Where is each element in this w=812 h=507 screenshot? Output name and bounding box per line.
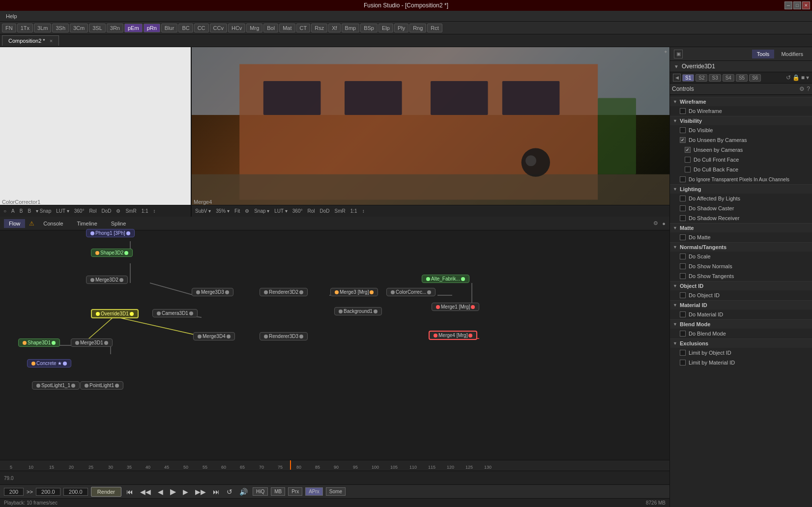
section-matte[interactable]: ▼ Matte (670, 223, 812, 232)
slot-menu-icon[interactable]: ▾ (806, 74, 809, 81)
maximize-button[interactable]: □ (793, 1, 801, 9)
tool-pem[interactable]: pEm (124, 24, 143, 32)
node-merge3d2[interactable]: Merge3D2 (86, 276, 128, 284)
tool-rct[interactable]: Rct (427, 24, 442, 32)
tool-bc[interactable]: BC (178, 24, 193, 32)
tool-ct[interactable]: CT (296, 24, 311, 32)
slot-s6[interactable]: S6 (749, 74, 761, 82)
tool-rsz[interactable]: Rsz (311, 24, 327, 32)
vp-left-circle[interactable]: ○ (2, 208, 8, 214)
tool-rng[interactable]: Rng (409, 24, 426, 32)
tool-bol[interactable]: Bol (263, 24, 278, 32)
vp-left-a[interactable]: A (10, 208, 16, 214)
slot-s5[interactable]: S5 (736, 74, 748, 82)
prev-1-frame-button[interactable]: ◀ (156, 487, 165, 497)
tool-fn[interactable]: FN (2, 24, 16, 32)
control-do-shadow-caster[interactable]: Do Shadow Caster (670, 203, 812, 213)
tab-composition2[interactable]: Composition2 * × (2, 35, 59, 46)
timeline-playhead[interactable] (290, 460, 291, 470)
control-do-shadow-receiver[interactable]: Do Shadow Receiver (670, 213, 812, 223)
tool-3rn[interactable]: 3Rn (107, 24, 123, 32)
checkbox-limit-by-material-id[interactable] (680, 360, 686, 366)
vp-left-b2[interactable]: B (26, 208, 32, 214)
checkbox-unseen-by-cameras[interactable] (685, 147, 691, 153)
section-material-id[interactable]: ▼ Material ID (670, 300, 812, 310)
prx-badge[interactable]: Prx (288, 487, 302, 496)
mb-badge[interactable]: MB (271, 487, 285, 496)
timeline-area[interactable]: 5 10 15 20 25 30 35 40 45 50 55 60 65 70… (0, 460, 669, 484)
audio-button[interactable]: 🔊 (237, 487, 250, 497)
node-merge1[interactable]: Merge1 [Mrg] (432, 303, 479, 311)
tool-3lm[interactable]: 3Lm (34, 24, 51, 32)
left-viewport[interactable]: ○ A B B ▾ Snap LUT ▾ 360° Rol DoD ⚙ SmR … (0, 47, 192, 217)
some-badge[interactable]: Some (326, 487, 346, 496)
control-do-scale[interactable]: Do Scale (670, 252, 812, 261)
node-background1[interactable]: Background1 (334, 307, 382, 315)
checkbox-do-cull-front-face[interactable] (685, 157, 691, 163)
vp-left-expand[interactable]: ↕ (152, 208, 157, 214)
control-do-show-tangents[interactable]: Do Show Tangents (670, 271, 812, 281)
render-button[interactable]: Render (91, 487, 121, 497)
close-button[interactable]: ✕ (802, 1, 810, 9)
control-do-unseen-by-cameras[interactable]: Do Unseen By Cameras (670, 135, 812, 145)
menu-help[interactable]: Help (2, 12, 21, 20)
node-merge3d3[interactable]: Merge3D3 (192, 288, 233, 296)
control-do-object-id[interactable]: Do Object ID (670, 290, 812, 300)
node-camera3d1[interactable]: Camera3D1 (152, 309, 198, 317)
vp-right-360[interactable]: 360° (291, 208, 304, 214)
play-button[interactable]: ▶ (168, 486, 178, 497)
slot-s3[interactable]: S3 (709, 74, 721, 82)
tool-3sl[interactable]: 3SL (89, 24, 106, 32)
slot-prev-icon[interactable]: ◀ (673, 74, 681, 82)
control-do-matte[interactable]: Do Matte (670, 232, 812, 242)
frame-end-input[interactable] (36, 488, 60, 496)
node-concrete[interactable]: Concrete ★ (27, 359, 71, 367)
section-visibility[interactable]: ▼ Visibility (670, 116, 812, 125)
skip-start-button[interactable]: ⏮ (124, 487, 135, 497)
tool-elp[interactable]: Elp (378, 24, 393, 32)
rp-tab-modifiers[interactable]: Modifiers (776, 50, 808, 58)
control-do-material-id[interactable]: Do Material ID (670, 310, 812, 319)
checkbox-do-object-id[interactable] (680, 292, 686, 298)
controls-help-icon[interactable]: ? (807, 85, 810, 92)
node-merge3d4[interactable]: Merge3D4 (193, 332, 235, 340)
node-editor[interactable]: Flow ⚠ Console Timeline Spline ⚙ ● (0, 217, 669, 460)
node-shape3d2[interactable]: Shape3D2 (91, 249, 133, 257)
panel-collapse-icon[interactable]: ▣ (674, 50, 683, 58)
tool-prn[interactable]: pRn (144, 24, 160, 32)
node-shape3d1[interactable]: Shape3D1 (18, 338, 60, 347)
tool-mat[interactable]: Mat (279, 24, 295, 32)
control-do-show-normals[interactable]: Do Show Normals (670, 261, 812, 271)
vp-left-gear[interactable]: ⚙ (115, 208, 122, 214)
node-colorcorrect[interactable]: ColorCorrec... (386, 288, 435, 296)
checkbox-do-show-normals[interactable] (680, 263, 686, 269)
control-do-cull-back-face[interactable]: Do Cull Back Face (670, 165, 812, 174)
checkbox-do-shadow-caster[interactable] (680, 205, 686, 211)
node-alte-fabrik[interactable]: Alte_Fabrik... (422, 275, 469, 283)
hiq-badge[interactable]: HiQ (253, 487, 268, 496)
section-exclusions[interactable]: ▼ Exclusions (670, 338, 812, 348)
rp-tab-tools[interactable]: Tools (752, 50, 775, 58)
right-viewport[interactable]: ✦ SubV ▾ 35% ▾ Fit ⚙ Snap ▾ LUT ▾ 360° R… (192, 47, 669, 217)
vp-right-fit[interactable]: Fit (233, 208, 241, 214)
vp-left-dod[interactable]: DoD (100, 208, 113, 214)
control-limit-by-object-id[interactable]: Limit by Object ID (670, 348, 812, 358)
checkbox-do-material-id[interactable] (680, 311, 686, 317)
node-canvas[interactable]: Phong1 [3Ph] Shape3D2 Merge3D2 (0, 217, 669, 460)
node-merge3[interactable]: Merge3 [Mrg] (330, 288, 378, 296)
vp-left-360[interactable]: 360° (73, 208, 86, 214)
tool-hcv[interactable]: HCv (228, 24, 245, 32)
checkbox-do-cull-back-face[interactable] (685, 167, 691, 172)
tool-mrg[interactable]: Mrg (246, 24, 262, 32)
node-spotlight1[interactable]: SpotLight1_1 (32, 381, 80, 390)
frame-current-input[interactable] (63, 488, 88, 496)
tool-3cm[interactable]: 3Cm (70, 24, 88, 32)
node-phong1[interactable]: Phong1 [3Ph] (86, 229, 135, 237)
vp-right-smr[interactable]: SmR (333, 208, 347, 214)
checkbox-limit-by-object-id[interactable] (680, 350, 686, 356)
checkbox-do-visible[interactable] (680, 127, 686, 133)
vp-left-b1[interactable]: B (18, 208, 25, 214)
tool-ccv[interactable]: CCv (210, 24, 227, 32)
control-limit-by-material-id[interactable]: Limit by Material ID (670, 358, 812, 367)
control-unseen-by-cameras[interactable]: Unseen by Cameras (670, 145, 812, 155)
